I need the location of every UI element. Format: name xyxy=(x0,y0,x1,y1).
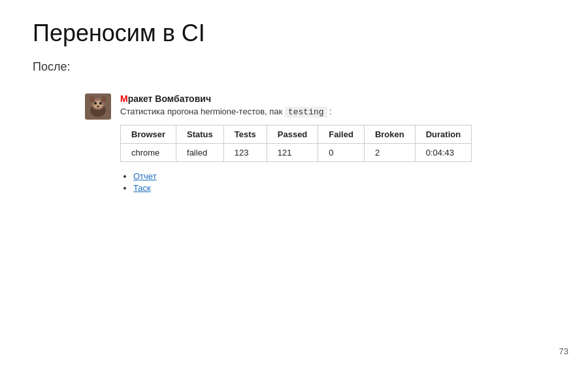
header-row: Browser Status Tests Passed Failed Broke… xyxy=(121,125,472,144)
links-list: Отчет Таск xyxy=(120,171,555,193)
desc-before: Статистика прогона hermione-тестов, пак xyxy=(120,107,282,116)
svg-point-7 xyxy=(99,102,102,105)
table-row: chrome failed 123 121 0 2 0:04:43 xyxy=(121,144,472,162)
cell-passed: 121 xyxy=(267,144,318,162)
link-otchet[interactable]: Отчет xyxy=(133,171,157,181)
col-failed: Failed xyxy=(318,125,365,144)
table-body: chrome failed 123 121 0 2 0:04:43 xyxy=(121,144,472,162)
list-item: Отчет xyxy=(133,171,555,181)
cell-tests: 123 xyxy=(223,144,267,162)
chat-description: Статистика прогона hermione-тестов, пак … xyxy=(120,107,555,117)
list-item: Таск xyxy=(133,183,555,193)
page-title: Переносим в CI xyxy=(33,20,555,47)
col-browser: Browser xyxy=(121,125,176,144)
desc-code: testing xyxy=(285,107,327,118)
cell-broken: 2 xyxy=(364,144,415,162)
page-number: 73 xyxy=(559,346,568,356)
table-header: Browser Status Tests Passed Failed Broke… xyxy=(121,125,472,144)
chat-block: Мракет Вомбатович Статистика прогона her… xyxy=(85,93,555,195)
col-duration: Duration xyxy=(415,125,471,144)
svg-point-6 xyxy=(94,102,97,105)
cell-browser: chrome xyxy=(121,144,176,162)
chat-author: Мракет Вомбатович xyxy=(120,93,555,104)
link-task[interactable]: Таск xyxy=(133,183,151,193)
col-status: Status xyxy=(176,125,224,144)
subtitle: После: xyxy=(33,60,555,74)
stats-table: Browser Status Tests Passed Failed Broke… xyxy=(120,125,472,162)
col-passed: Passed xyxy=(267,125,318,144)
avatar xyxy=(85,93,111,120)
author-prefix: М xyxy=(120,93,128,104)
cell-status: failed xyxy=(176,144,224,162)
chat-body: Мракет Вомбатович Статистика прогона her… xyxy=(120,93,555,195)
cell-failed: 0 xyxy=(318,144,365,162)
desc-after: : xyxy=(329,107,332,116)
page-content: Переносим в CI После: xyxy=(0,0,588,214)
svg-point-3 xyxy=(90,96,95,103)
svg-point-4 xyxy=(101,96,106,103)
col-broken: Broken xyxy=(364,125,415,144)
col-tests: Tests xyxy=(223,125,267,144)
avatar-image xyxy=(85,93,111,120)
author-name: ракет Вомбатович xyxy=(128,93,211,104)
cell-duration: 0:04:43 xyxy=(415,144,471,162)
svg-point-8 xyxy=(97,106,99,107)
